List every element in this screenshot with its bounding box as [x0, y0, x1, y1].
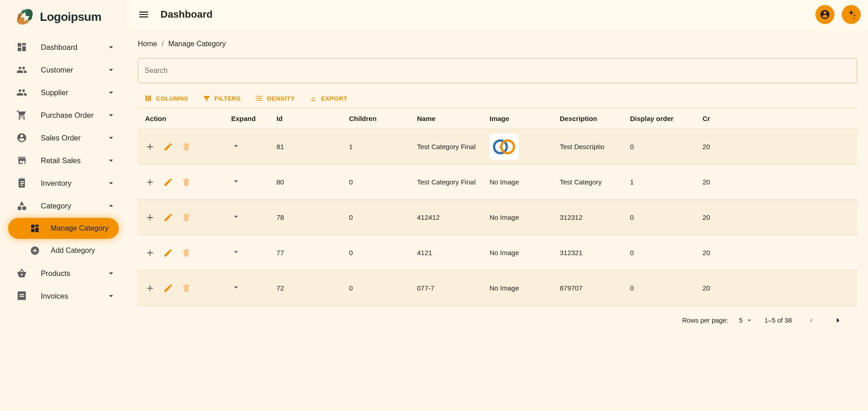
- export-button[interactable]: EXPORT: [307, 92, 349, 104]
- edit-icon[interactable]: [163, 177, 173, 187]
- sidebar-item-purchase-order[interactable]: Purchase Order: [4, 104, 123, 126]
- store-icon: [16, 155, 27, 166]
- cell-children: 1: [345, 140, 413, 153]
- add-icon[interactable]: [145, 142, 155, 152]
- expand-icon: [231, 251, 241, 258]
- sidebar-item-products[interactable]: Products: [4, 262, 123, 284]
- cell-created: 20: [699, 246, 722, 259]
- sidebar-item-supplier[interactable]: Supplier: [4, 82, 123, 103]
- people-icon: [16, 64, 27, 75]
- cell-name: Test Category Final: [413, 175, 486, 189]
- sidebar-item-category[interactable]: Category: [4, 195, 123, 217]
- col-header-image[interactable]: Image: [486, 108, 556, 129]
- cell-id: 72: [273, 281, 345, 295]
- chevron-down-icon: [106, 178, 116, 188]
- col-header-children[interactable]: Children: [345, 108, 413, 129]
- cell-description: Test Category: [556, 175, 626, 189]
- filters-button[interactable]: FILTERS: [201, 92, 242, 104]
- sidebar-item-label: Category: [41, 202, 71, 210]
- chevron-right-icon: [833, 315, 843, 325]
- sidebar-item-customer[interactable]: Customer: [4, 59, 123, 81]
- prev-page-button[interactable]: [803, 312, 819, 329]
- sidebar-item-inventory[interactable]: Inventory: [4, 172, 123, 194]
- cell-expand[interactable]: [228, 174, 273, 190]
- cell-expand[interactable]: [228, 209, 273, 226]
- col-header-display-order[interactable]: Display order: [626, 108, 699, 129]
- table-row: 78 0 412412 No Image 312312 0 20: [138, 200, 857, 235]
- grid-toolbar: COLUMNS FILTERS DENSITY EXPORT: [138, 89, 868, 108]
- sparkle-icon: [846, 9, 857, 20]
- delete-icon[interactable]: [181, 213, 191, 222]
- breadcrumb-home[interactable]: Home: [138, 40, 157, 48]
- rows-per-page-value: 5: [739, 317, 742, 324]
- next-page-button[interactable]: [830, 312, 846, 329]
- chevron-up-icon: [106, 201, 116, 211]
- sidebar-item-invoices[interactable]: Invoices: [4, 285, 123, 307]
- sidebar-item-sales-order[interactable]: Sales Order: [4, 127, 123, 149]
- main-area: Dashboard Home / Manage Category COLUMNS…: [127, 0, 868, 411]
- cell-name: 412412: [413, 211, 486, 224]
- download-icon: [309, 94, 317, 102]
- delete-icon[interactable]: [181, 283, 191, 293]
- sidebar: Logoipsum Dashboard Customer Supplier Pu…: [0, 0, 127, 411]
- search-box[interactable]: [138, 58, 857, 83]
- add-icon[interactable]: [145, 177, 155, 187]
- chevron-left-icon: [806, 315, 816, 325]
- sidebar-item-label: Sales Order: [41, 134, 81, 142]
- sidebar-item-retail-sales[interactable]: Retail Sales: [4, 150, 123, 171]
- col-header-action[interactable]: Action: [141, 108, 228, 129]
- chevron-down-icon: [106, 268, 116, 278]
- cell-display-order: 0: [626, 211, 699, 224]
- cell-expand[interactable]: [228, 280, 273, 296]
- rows-per-page-select[interactable]: 5: [739, 316, 753, 325]
- cell-children: 0: [345, 281, 413, 295]
- columns-label: COLUMNS: [156, 95, 188, 102]
- account-icon: [16, 132, 27, 143]
- data-grid: Action Expand Id Children Name Image Des…: [138, 108, 857, 335]
- edit-icon[interactable]: [163, 248, 173, 258]
- col-header-created[interactable]: Cr: [699, 108, 722, 129]
- cell-expand[interactable]: [228, 244, 273, 261]
- edit-icon[interactable]: [163, 283, 173, 293]
- search-input[interactable]: [145, 67, 850, 75]
- table-row: 72 0 077-7 No Image 879707 0 20: [138, 271, 857, 306]
- chevron-down-icon: [106, 110, 116, 120]
- sidebar-item-label: Supplier: [41, 88, 68, 97]
- account-button[interactable]: [815, 5, 834, 24]
- sidebar-item-label: Customer: [41, 66, 73, 74]
- edit-icon[interactable]: [163, 213, 173, 222]
- density-button[interactable]: DENSITY: [253, 92, 296, 104]
- delete-icon[interactable]: [181, 177, 191, 187]
- cell-children: 0: [345, 246, 413, 259]
- columns-button[interactable]: COLUMNS: [142, 92, 190, 104]
- col-header-id[interactable]: Id: [273, 108, 345, 129]
- cell-created: 20: [699, 140, 722, 153]
- col-header-expand[interactable]: Expand: [228, 108, 273, 129]
- svg-text:CD: CD: [506, 146, 510, 149]
- add-icon[interactable]: [145, 213, 155, 222]
- sparkle-button[interactable]: [842, 5, 861, 24]
- delete-icon[interactable]: [181, 248, 191, 258]
- sidebar-item-label: Products: [41, 269, 70, 278]
- no-image-text: No Image: [490, 284, 519, 292]
- col-header-description[interactable]: Description: [556, 108, 626, 129]
- menu-toggle-button[interactable]: [134, 5, 153, 24]
- menu-icon: [138, 9, 150, 20]
- density-label: DENSITY: [267, 95, 295, 102]
- add-icon[interactable]: [145, 248, 155, 258]
- col-header-name[interactable]: Name: [413, 108, 486, 129]
- sidebar-sub-add-category[interactable]: Add Category: [8, 240, 119, 261]
- sidebar-item-dashboard[interactable]: Dashboard: [4, 36, 123, 58]
- sidebar-sub-manage-category[interactable]: Manage Category: [8, 218, 119, 239]
- cell-image: CICD: [486, 131, 556, 163]
- add-icon[interactable]: [145, 283, 155, 293]
- logo-text: Logoipsum: [40, 10, 102, 24]
- table-row: 77 0 4121 No Image 312321 0 20: [138, 235, 857, 271]
- delete-icon[interactable]: [181, 142, 191, 152]
- cell-id: 78: [273, 211, 345, 224]
- cell-expand[interactable]: [228, 138, 273, 155]
- edit-icon[interactable]: [163, 142, 173, 152]
- breadcrumb-current: Manage Category: [168, 40, 226, 48]
- cell-action: [141, 245, 228, 261]
- columns-icon: [144, 94, 152, 102]
